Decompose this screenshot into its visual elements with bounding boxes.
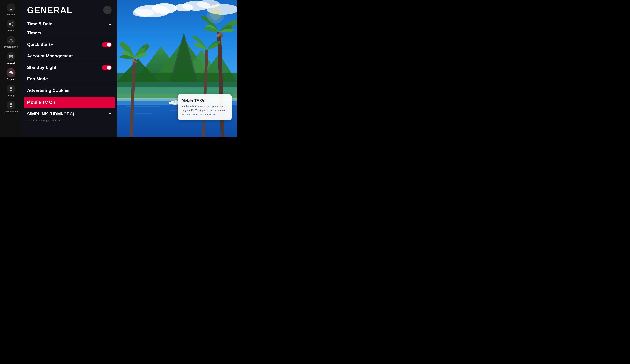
svg-point-66 bbox=[220, 34, 224, 37]
sidebar-item-network[interactable]: Network bbox=[2, 50, 20, 66]
tooltip-popup: Mobile TV On Enable other devices and ap… bbox=[178, 94, 232, 120]
sidebar-item-sound[interactable]: Sound bbox=[2, 18, 20, 33]
programmes-icon bbox=[6, 36, 16, 45]
svg-point-61 bbox=[132, 59, 135, 62]
menu-item-timers[interactable]: Timers bbox=[22, 27, 117, 39]
menu-item-advertising-cookies[interactable]: Advertising Cookies bbox=[22, 85, 117, 96]
sidebar-item-accessibility[interactable]: Accessibility bbox=[2, 99, 20, 115]
chevron-down-icon: ▼ bbox=[108, 112, 112, 116]
svg-line-12 bbox=[10, 41, 10, 42]
menu-item-time-date[interactable]: Time & Date ▲ bbox=[22, 19, 117, 27]
toggle-knob-quick-start bbox=[107, 43, 111, 47]
sidebar-label-picture: Picture bbox=[7, 13, 15, 15]
quick-start-toggle[interactable] bbox=[102, 42, 112, 47]
sidebar-item-picture[interactable]: Picture bbox=[2, 2, 20, 17]
menu-label-timers: Timers bbox=[27, 30, 42, 36]
svg-point-4 bbox=[10, 39, 12, 41]
general-icon bbox=[6, 68, 16, 77]
svg-line-9 bbox=[10, 39, 10, 39]
svg-point-31 bbox=[174, 4, 194, 11]
menu-item-account-management[interactable]: Account Management bbox=[22, 50, 117, 62]
menu-label-eco-mode: Eco Mode bbox=[27, 76, 48, 82]
menu-label-time-date: Time & Date bbox=[27, 21, 52, 26]
menu-item-quick-start[interactable]: Quick Start+ bbox=[22, 39, 117, 50]
menu-item-eco-mode[interactable]: Eco Mode bbox=[22, 73, 117, 85]
svg-point-29 bbox=[132, 9, 154, 17]
svg-point-24 bbox=[11, 89, 11, 90]
panel-header: GENERAL ← bbox=[22, 0, 117, 18]
toggle-knob-standby-light bbox=[107, 66, 111, 70]
svg-line-10 bbox=[12, 41, 13, 42]
sidebar-label-sound: Sound bbox=[8, 29, 14, 32]
sidebar-label-safety: Safety bbox=[8, 94, 14, 97]
menu-label-quick-start: Quick Start+ bbox=[27, 42, 53, 47]
page-title: GENERAL bbox=[27, 5, 72, 15]
sidebar-label-network: Network bbox=[6, 62, 15, 64]
svg-point-69 bbox=[210, 9, 221, 20]
menu-item-standby-light[interactable]: Standby Light bbox=[22, 62, 117, 73]
svg-point-18 bbox=[10, 72, 12, 73]
preview-area: Mobile TV On Enable other devices and ap… bbox=[117, 0, 237, 137]
sidebar-item-programmes[interactable]: Programmes bbox=[2, 34, 20, 50]
sidebar: Picture Sound Programm bbox=[0, 0, 22, 137]
safety-icon bbox=[6, 84, 16, 93]
svg-rect-58 bbox=[174, 99, 175, 103]
menu-list: Time & Date ▲ Timers Quick Start+ Accoun… bbox=[22, 19, 117, 137]
menu-label-standby-light: Standby Light bbox=[27, 65, 56, 70]
accessibility-icon bbox=[6, 101, 16, 110]
menu-label-simplink: SIMPLINK (HDMI-CEC) bbox=[27, 111, 74, 117]
svg-point-62 bbox=[134, 61, 137, 63]
menu-label-advertising-cookies: Advertising Cookies bbox=[27, 88, 70, 93]
svg-point-28 bbox=[152, 3, 177, 14]
settings-panel: GENERAL ← Time & Date ▲ Timers Quick Sta… bbox=[22, 0, 117, 137]
tooltip-body: Enable other devices and apps to turn on… bbox=[182, 105, 228, 116]
network-icon bbox=[6, 52, 16, 61]
sidebar-item-general[interactable]: General bbox=[2, 67, 20, 82]
sidebar-item-safety[interactable]: Safety bbox=[2, 83, 20, 98]
svg-point-65 bbox=[216, 34, 220, 37]
bottom-hint: Please check the input connection bbox=[22, 117, 117, 123]
sidebar-label-general: General bbox=[7, 78, 15, 80]
menu-label-account-management: Account Management bbox=[27, 53, 73, 59]
svg-marker-3 bbox=[9, 22, 11, 25]
svg-rect-0 bbox=[9, 6, 13, 9]
sidebar-label-programmes: Programmes bbox=[4, 45, 18, 48]
chevron-up-icon: ▲ bbox=[108, 22, 112, 26]
back-button[interactable]: ← bbox=[103, 6, 112, 14]
svg-rect-2 bbox=[10, 10, 12, 10]
menu-item-mobile-tv-on[interactable]: Mobile TV On bbox=[24, 97, 115, 108]
svg-line-11 bbox=[12, 39, 13, 39]
menu-label-mobile-tv-on: Mobile TV On bbox=[27, 100, 55, 105]
sidebar-label-accessibility: Accessibility bbox=[4, 110, 18, 113]
sound-icon bbox=[6, 20, 16, 28]
tooltip-title: Mobile TV On bbox=[182, 98, 228, 103]
picture-icon bbox=[6, 3, 16, 12]
standby-light-toggle[interactable] bbox=[102, 65, 112, 70]
menu-item-simplink[interactable]: SIMPLINK (HDMI-CEC) ▼ bbox=[22, 109, 117, 117]
svg-rect-46 bbox=[134, 113, 152, 114]
svg-point-25 bbox=[10, 103, 12, 104]
svg-rect-1 bbox=[10, 9, 12, 10]
